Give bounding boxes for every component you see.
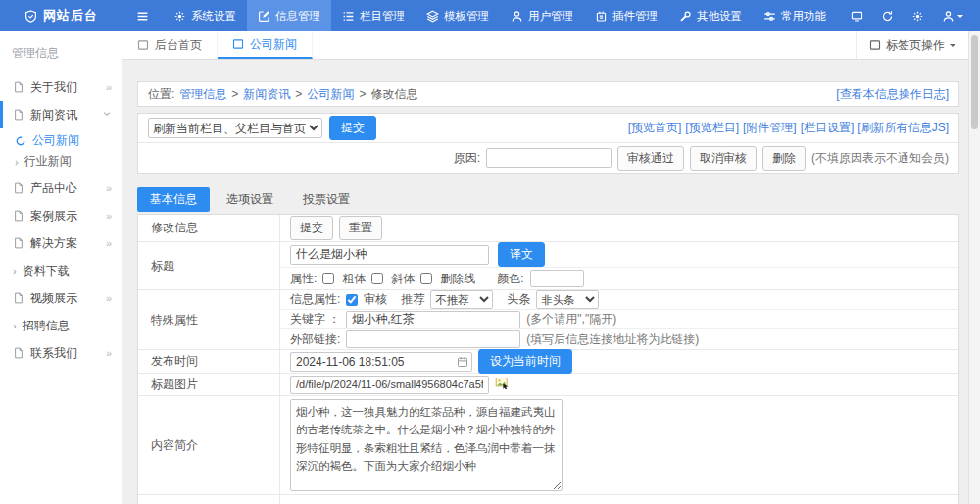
navbar-right-icons (842, 0, 980, 31)
reason-label: 原因: (454, 150, 480, 167)
tab-actions-dropdown[interactable]: 标签页操作 (856, 31, 968, 59)
title-input[interactable] (290, 245, 489, 265)
layers-icon (426, 10, 439, 23)
audit-checkbox[interactable] (346, 294, 358, 306)
color-input[interactable] (530, 270, 584, 287)
external-link-input[interactable] (346, 330, 520, 348)
form-submit-button[interactable]: 提交 (290, 216, 333, 240)
vertical-scrollbar[interactable] (968, 31, 980, 504)
recommend-select[interactable]: 不推荐 (430, 290, 493, 309)
view-log-link[interactable]: [查看本信息操作日志] (836, 86, 949, 103)
keyword-input[interactable] (346, 311, 520, 328)
attachment-management-link[interactable]: [附件管理] (743, 120, 797, 136)
column-settings-link[interactable]: [栏目设置] (801, 120, 855, 136)
nav-item-info-management[interactable]: 信息管理 (247, 0, 331, 31)
strike-checkbox[interactable] (420, 273, 432, 284)
refresh-scope-select[interactable]: 刷新当前栏目、父栏目与首页 (148, 118, 322, 138)
breadcrumb-link-company-news[interactable]: 公司新闻 (307, 86, 354, 103)
refresh-all-info-js-link[interactable]: [刷新所有信息JS] (858, 120, 949, 136)
headline-select[interactable]: 非头条 (536, 290, 599, 309)
document-icon (13, 109, 24, 121)
chevron-down-icon (102, 109, 112, 121)
top-navbar: 网站后台 系统设置 信息管理 栏目管理 模板管理 用户管理 插件管理 (0, 0, 980, 31)
sidebar-toggle-button[interactable] (122, 0, 163, 31)
delete-button[interactable]: 删除 (762, 146, 806, 171)
form-reset-button[interactable]: 重置 (339, 216, 382, 240)
nav-item-system-settings[interactable]: 系统设置 (163, 0, 247, 31)
form-tab-option-settings[interactable]: 选项设置 (214, 187, 286, 212)
nav-item-other-settings[interactable]: 其他设置 (668, 0, 753, 31)
bold-checkbox[interactable] (322, 273, 334, 284)
refresh-button[interactable] (872, 0, 903, 31)
sidebar: 管理信息 关于我们 » 新闻资讯 公司新闻 › 行业新闻 产品中心 » 案例展示… (0, 31, 122, 504)
approve-button[interactable]: 审核通过 (617, 146, 684, 171)
nav-item-label: 栏目管理 (360, 9, 405, 24)
sidebar-item-cases[interactable]: 案例展示 » (0, 202, 122, 229)
sidebar-item-products[interactable]: 产品中心 » (0, 175, 122, 202)
publish-time-input[interactable] (290, 352, 472, 372)
brand[interactable]: 网站后台 (0, 0, 122, 31)
nav-item-column-management[interactable]: 栏目管理 (331, 0, 416, 31)
chevron-down-icon (957, 15, 963, 21)
tab-dashboard[interactable]: 后台首页 (122, 31, 218, 59)
sidebar-subitem-industry-news[interactable]: › 行业新闻 (0, 151, 122, 172)
translate-button[interactable]: 译文 (498, 242, 545, 267)
chevron-double-icon: » (106, 81, 112, 93)
summary-textarea[interactable]: 烟小种，这一独具魅力的红茶品种，源自福建武夷山的古老传统茶之中。什么是烟小种？烟… (290, 399, 563, 491)
publish-time-row: 发布时间 设为当前时间 (138, 350, 958, 374)
form-tabs: 基本信息 选项设置 投票设置 (137, 187, 959, 212)
special-attr-row: 特殊属性 信息属性: 审核 推荐 不推荐 头条 非头条 关键字 ： (多个请用"… (138, 290, 958, 350)
nav-item-label: 插件管理 (612, 9, 658, 24)
set-current-time-button[interactable]: 设为当前时间 (478, 349, 572, 374)
sidebar-item-recruitment[interactable]: › 招聘信息 (0, 312, 122, 339)
nav-item-template-management[interactable]: 模板管理 (416, 0, 500, 31)
chevron-right-icon: › (15, 156, 19, 168)
sidebar-item-videos[interactable]: 视频展示 » (0, 284, 122, 312)
breadcrumb-link-manage-info[interactable]: 管理信息 (179, 86, 226, 103)
form-tab-basic-info[interactable]: 基本信息 (137, 187, 210, 212)
sidebar-item-about-us[interactable]: 关于我们 » (0, 74, 122, 101)
sidebar-subitem-company-news[interactable]: 公司新闻 (0, 130, 122, 151)
document-icon (13, 210, 24, 222)
keyword-hint: (多个请用","隔开) (526, 311, 616, 328)
brand-title: 网站后台 (43, 7, 98, 25)
preview-column-link[interactable]: [预览栏目] (685, 120, 739, 136)
form-tab-vote-settings[interactable]: 投票设置 (290, 187, 363, 212)
calendar-icon[interactable] (457, 356, 468, 371)
sidebar-item-contact[interactable]: 联系我们 » (0, 339, 122, 367)
nav-item-user-management[interactable]: 用户管理 (500, 0, 584, 31)
chevron-double-icon: » (106, 292, 112, 304)
gear-icon (173, 10, 186, 23)
breadcrumb-prefix: 位置: (148, 86, 174, 103)
window-icon (869, 39, 881, 51)
main-content: 位置: 管理信息 > 新闻资讯 > 公司新闻 > 修改信息 [查看本信息操作日志… (122, 61, 968, 504)
sidebar-item-solutions[interactable]: 解决方案 » (0, 229, 122, 257)
sidebar-item-news[interactable]: 新闻资讯 (0, 101, 122, 128)
settings-button[interactable] (903, 0, 933, 31)
breadcrumb-link-news[interactable]: 新闻资讯 (243, 86, 290, 103)
list-icon (342, 10, 355, 23)
nav-item-plugin-management[interactable]: 插件管理 (584, 0, 668, 31)
breadcrumb: 位置: 管理信息 > 新闻资讯 > 公司新闻 > 修改信息 (148, 86, 417, 103)
reason-input[interactable] (486, 148, 612, 168)
title-image-input[interactable] (290, 376, 489, 394)
nav-item-label: 其他设置 (697, 9, 742, 24)
tab-actions-label: 标签页操作 (886, 37, 945, 54)
user-menu-button[interactable] (933, 0, 972, 31)
nav-item-common-functions[interactable]: 常用功能 (753, 0, 837, 31)
quick-links: [预览首页] [预览栏目] [附件管理] [栏目设置] [刷新所有信息JS] (628, 120, 949, 136)
preview-home-link[interactable]: [预览首页] (628, 120, 682, 136)
scrollbar-thumb[interactable] (971, 35, 978, 129)
image-picker-icon[interactable] (495, 377, 510, 393)
sidebar-item-label: 招聘信息 (23, 318, 70, 334)
sidebar-item-label: 联系我们 (30, 345, 77, 362)
fullscreen-monitor-button[interactable] (842, 0, 872, 31)
cancel-audit-button[interactable]: 取消审核 (690, 146, 757, 171)
refresh-submit-button[interactable]: 提交 (329, 116, 376, 140)
tab-company-news[interactable]: 公司新闻 (218, 31, 313, 59)
summary-label: 内容简介 (138, 396, 280, 494)
window-icon (232, 38, 244, 50)
sidebar-item-downloads[interactable]: › 资料下载 (0, 257, 122, 284)
breadcrumb-separator: > (359, 87, 366, 101)
italic-checkbox[interactable] (371, 273, 383, 284)
